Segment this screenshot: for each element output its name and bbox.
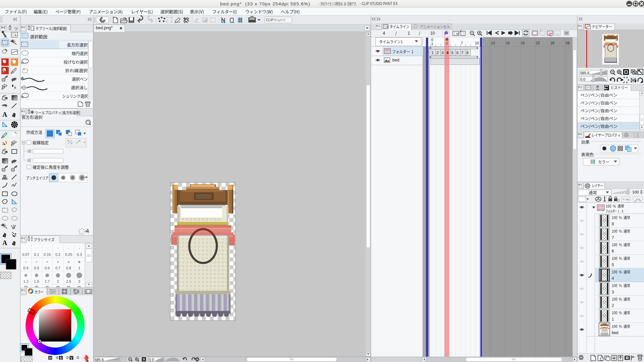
- svg-text:4: 4: [446, 37, 448, 41]
- svg-text:V: V: [70, 356, 73, 360]
- svg-text:8: 8: [466, 51, 468, 55]
- svg-text:5: 5: [451, 51, 453, 55]
- svg-text:7: 7: [461, 51, 464, 55]
- svg-text:H: H: [49, 356, 51, 360]
- svg-text:A: A: [2, 111, 7, 118]
- svg-text:A: A: [2, 239, 7, 246]
- svg-text:2: 2: [437, 51, 439, 55]
- svg-text:1: 1: [432, 51, 434, 55]
- svg-text:6: 6: [456, 51, 458, 55]
- svg-text:CLIP: CLIP: [266, 18, 274, 22]
- svg-text:4: 4: [446, 51, 449, 55]
- svg-text:3: 3: [442, 51, 444, 55]
- svg-text:S: S: [60, 356, 62, 360]
- svg-text:4: 4: [446, 41, 448, 45]
